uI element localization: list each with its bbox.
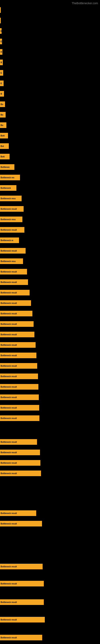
bars-container: EEHBEEBBoBoBoBottBotBottBottlenecBottlen… — [0, 6, 100, 644]
bar-label: Bottleneck result — [0, 417, 17, 420]
bar-row: E — [0, 79, 100, 87]
bar: Bottleneck res — [0, 175, 20, 180]
bar: Bottleneck result — [0, 510, 36, 516]
bar-row: Bottlenec — [0, 163, 100, 171]
bar-label: Bottleneck result — [0, 452, 17, 454]
bar: Bo — [0, 122, 6, 128]
bar-label: Bo — [0, 124, 3, 126]
bar-row: Bottleneck result — [0, 268, 100, 276]
bar-label: Bo — [0, 114, 3, 116]
bar: Bottleneck result — [0, 581, 44, 586]
bar-row: Bottleneck result — [0, 299, 100, 307]
bar: Bottleneck result — [0, 450, 40, 455]
bar-label: Bott — [0, 135, 4, 137]
bar-label: Bottleneck result — [0, 375, 17, 378]
bar: Bottleneck result — [0, 352, 36, 358]
bar-label: Bottleneck result — [0, 229, 17, 231]
bar-label: Bottleneck result — [0, 292, 17, 294]
bar: Bottleneck result — [0, 599, 44, 605]
bar-row: Bottleneck result — [0, 438, 100, 446]
bar-row: Bottleneck result — [0, 509, 100, 517]
bar-row: Bottleneck result — [0, 459, 100, 467]
bar: Bottleneck result — [0, 416, 39, 421]
bar-label: Bottleneck res — [0, 176, 14, 179]
bar: Bottleneck — [0, 185, 16, 191]
bar-row: Bo — [0, 100, 100, 108]
bar: B — [0, 60, 3, 65]
bar: Bott — [0, 154, 10, 160]
bar-label: H — [0, 51, 2, 53]
bar-label: B — [0, 62, 2, 64]
bar: Bottlenec — [0, 164, 14, 170]
bar-label: Bot — [0, 145, 4, 147]
bar: Bott — [0, 133, 8, 138]
bar: Bottleneck result — [0, 470, 41, 476]
bar-label: Bottleneck result — [0, 312, 17, 315]
bar: Bottleneck result — [0, 321, 34, 327]
bar: Bot — [0, 143, 9, 149]
bar-row: Bottleneck result — [0, 247, 100, 255]
bar-row: Bottleneck result — [0, 580, 100, 588]
bar-label: Bottleneck result — [0, 523, 17, 525]
bar-row: Bottleneck result — [0, 448, 100, 456]
bar-label: Bottleneck result — [0, 354, 17, 356]
bar-row: E — [0, 69, 100, 77]
bar-label: Bottlenec — [0, 166, 10, 168]
bar-label: Bottleneck result — [0, 512, 17, 514]
bar-row: E — [0, 38, 100, 46]
bar: H — [0, 49, 2, 55]
bar: Bottleneck resu — [0, 196, 22, 201]
bar-label: Bottleneck result — [0, 566, 17, 568]
bar-row: Bott — [0, 132, 100, 140]
bar-row: Bottleneck re — [0, 236, 100, 244]
bar-label: E — [0, 72, 2, 74]
bar-row: Bottleneck result — [0, 414, 100, 422]
bar: Bottleneck result — [0, 248, 26, 254]
bar-row: Bottleneck result — [0, 362, 100, 370]
bar-label: Bottleneck result — [0, 208, 17, 210]
bar-label: Bottleneck result — [0, 386, 17, 388]
bar-label: Bottleneck result — [0, 472, 17, 474]
bar-row: Bottleneck result — [0, 598, 100, 606]
bar — [0, 7, 1, 13]
bar-label: Bottleneck result — [0, 302, 17, 304]
bar-label: Bottleneck result — [0, 323, 17, 325]
bar-label: Bottleneck result — [0, 365, 17, 367]
bar-label: E — [0, 82, 2, 84]
bar-row: Bottleneck result — [0, 310, 100, 318]
site-title: TheBottlenecker.com — [72, 0, 100, 6]
bar: Bottleneck result — [0, 279, 28, 285]
bar: Bottleneck re — [0, 238, 19, 243]
bar-row: Bottleneck resu — [0, 215, 100, 224]
bar-label: Bottleneck result — [0, 334, 17, 336]
bar: Bottleneck result — [0, 206, 24, 212]
bar-row: Bottleneck res — [0, 174, 100, 182]
bar: Bo — [0, 102, 5, 107]
bar: Bottleneck result — [0, 311, 32, 316]
bar-row: Bottleneck result — [0, 372, 100, 380]
bar: E — [0, 28, 1, 34]
bar-row — [0, 6, 100, 14]
bar-label: Bottleneck — [0, 187, 11, 189]
bar: E — [0, 39, 2, 44]
bar-row: Bottleneck result — [0, 278, 100, 286]
bar: B — [0, 91, 4, 96]
bar: Bottleneck result — [0, 332, 34, 337]
bar: Bottleneck result — [0, 363, 37, 369]
bar-label: Bo — [0, 103, 3, 106]
bar-row: Bottleneck result — [0, 562, 100, 570]
bar-label: Bottleneck result — [0, 407, 17, 409]
bar-row: Bottleneck result — [0, 393, 100, 401]
bar-label: Bottleneck result — [0, 344, 17, 346]
bar-label: Bottleneck result — [0, 281, 17, 283]
bar-label: Bottleneck result — [0, 601, 17, 603]
bar: Bottleneck resu — [0, 258, 23, 264]
bar-row: Bottleneck result — [0, 469, 100, 477]
bar-label: Bottleneck result — [0, 619, 17, 621]
bar: Bottleneck result — [0, 564, 43, 569]
bar-label: Bottleneck resu — [0, 218, 16, 220]
bar-row: Bottleneck result — [0, 205, 100, 213]
bar-row — [0, 16, 100, 24]
bar: E — [0, 70, 3, 76]
bar-row: Bottleneck result — [0, 404, 100, 412]
